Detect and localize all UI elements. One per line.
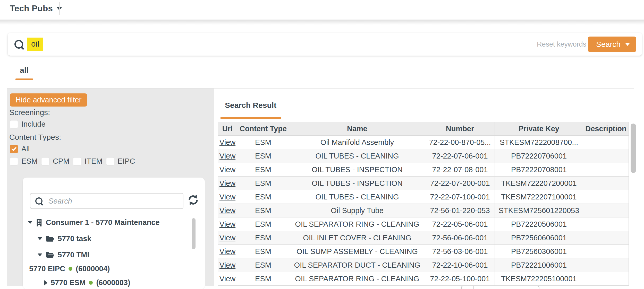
cell-url: View	[218, 149, 237, 163]
reset-keywords-link[interactable]: Reset keywords	[537, 33, 586, 56]
view-link[interactable]: View	[219, 247, 235, 256]
app-menu[interactable]: Tech Pubs	[10, 4, 62, 13]
column-header-private-key: Private Key	[495, 122, 583, 136]
cell-name: OIL SEPARATOR DUCT - CLEANING	[289, 258, 425, 272]
cell-url: View	[218, 245, 237, 258]
screenings-label: Screenings:	[9, 108, 50, 117]
cell-private-key: TKESM722207100001	[495, 190, 583, 204]
view-link[interactable]: View	[219, 220, 235, 228]
eipc-checkbox[interactable]	[106, 157, 114, 165]
table-row: ViewESMOIL TUBES - INSPECTION72-22-07-20…	[218, 177, 629, 190]
tree-item-5770-task[interactable]: 5770 task	[38, 234, 91, 243]
cell-private-key: PB72560306001	[495, 245, 583, 258]
cell-name: OIL TUBES - INSPECTION	[289, 163, 425, 177]
tree-item-label: 5770 ESM	[51, 278, 86, 287]
cpm-checkbox-label: CPM	[53, 157, 69, 165]
refresh-icon[interactable]	[187, 194, 199, 207]
cell-url: View	[218, 272, 237, 286]
hide-advanced-filter-button[interactable]: Hide advanced filter	[10, 93, 87, 107]
cell-name: OIL SEPARATOR RING - CLEANING	[289, 217, 425, 231]
view-link[interactable]: View	[219, 275, 235, 283]
cell-url: View	[218, 204, 237, 217]
header-shadow	[0, 20, 644, 25]
cell-description	[583, 258, 629, 272]
column-header-url: Url	[218, 122, 237, 136]
tree-scrollbar[interactable]	[192, 218, 196, 249]
status-dot	[69, 267, 72, 271]
esm-checkbox[interactable]	[10, 157, 18, 165]
tree-search-input[interactable]	[48, 197, 173, 206]
content-type-options: ESMCPMITEMEIPC	[10, 157, 139, 165]
cell-content-type: ESM	[237, 272, 289, 286]
top-bar: Tech Pubs	[0, 0, 644, 20]
cell-number: 72-56-06-06-001	[425, 231, 495, 245]
tree-item-label: 5770 EIPC	[29, 265, 65, 273]
tab-all[interactable]: all	[15, 66, 33, 75]
cell-name: OIL INLET COVER - CLEANING	[289, 231, 425, 245]
tree-item-5770-esm[interactable]: 5770 ESM(6000003)	[44, 278, 130, 287]
chevron-down-icon	[625, 43, 630, 46]
include-checkbox[interactable]	[10, 120, 18, 128]
view-link[interactable]: View	[219, 234, 235, 242]
cell-number: 72-22-05-06-001	[425, 217, 495, 231]
chevron-down-icon[interactable]	[38, 237, 42, 240]
view-link[interactable]: View	[219, 165, 235, 174]
cell-private-key: PB72560606001	[495, 231, 583, 245]
content-type-option-esm: ESM	[10, 157, 38, 165]
cell-private-key: TKESM722207200001	[495, 177, 583, 190]
column-header-number: Number	[425, 122, 495, 136]
cell-name: OIL TUBES - INSPECTION	[289, 177, 425, 190]
tree-item-label: 5770 TMI	[58, 251, 89, 259]
building-icon	[36, 219, 43, 226]
cell-name: OIL TUBES - CLEANING	[289, 190, 425, 204]
cpm-checkbox[interactable]	[41, 157, 49, 165]
keyword-search-bar: oil Reset keywords Search	[8, 33, 642, 56]
table-row: ViewESMOIL SEPARATOR RING - CLEANING72-2…	[218, 272, 629, 286]
content-type-option-cpm: CPM	[41, 157, 69, 165]
chevron-down-icon[interactable]	[28, 221, 32, 224]
all-checkbox[interactable]	[10, 145, 18, 153]
cell-content-type: ESM	[237, 163, 289, 177]
tab-all-underline	[15, 78, 33, 80]
search-result-table: UrlContent TypeNameNumberPrivate KeyDesc…	[218, 122, 629, 286]
view-link[interactable]: View	[219, 138, 235, 146]
table-row: ViewESMOIL TUBES - CLEANING72-22-07-100-…	[218, 190, 629, 204]
pagination-input[interactable]	[474, 286, 539, 289]
chevron-down-icon[interactable]	[38, 253, 42, 256]
table-row: ViewESMOIL TUBES - CLEANING72-22-07-06-0…	[218, 149, 629, 163]
cell-content-type: ESM	[237, 177, 289, 190]
cell-number: 72-22-07-06-001	[425, 149, 495, 163]
search-icon	[35, 197, 43, 205]
tree-item-5770-eipc[interactable]: 5770 EIPC(6000004)	[29, 265, 110, 273]
cell-description	[583, 245, 629, 258]
view-link[interactable]: View	[219, 179, 235, 187]
tab-search-result[interactable]: Search Result	[221, 101, 281, 110]
item-checkbox[interactable]	[73, 157, 81, 165]
chevron-right-icon[interactable]	[44, 280, 47, 285]
cell-url: View	[218, 217, 237, 231]
search-input[interactable]: oil	[27, 38, 43, 51]
table-scrollbar[interactable]	[631, 124, 636, 173]
view-link[interactable]: View	[219, 193, 235, 201]
cell-description	[583, 217, 629, 231]
cell-description	[583, 177, 629, 190]
view-link[interactable]: View	[219, 152, 235, 160]
tree-item-consumer-1-5770-maintenance[interactable]: Consumer 1 - 5770 Maintenance	[28, 218, 160, 227]
content-types-label: Content Types:	[9, 133, 61, 142]
table-row: ViewESMOIL SUMP ASSEMBLY - CLEANING72-56…	[218, 245, 629, 258]
search-button[interactable]: Search	[588, 37, 636, 52]
view-link[interactable]: View	[219, 261, 235, 269]
include-option: Include	[10, 120, 46, 128]
results-header-row: UrlContent TypeNameNumberPrivate KeyDesc…	[218, 122, 629, 136]
content-tree-card: Consumer 1 - 5770 Maintenance5770 task57…	[23, 178, 205, 289]
search-icon	[14, 40, 23, 49]
pagination-button[interactable]	[462, 286, 474, 289]
tree-item-label: Consumer 1 - 5770 Maintenance	[46, 218, 160, 227]
cell-number: 72-22-07-100-001	[425, 190, 495, 204]
tree-item-5770-tmi[interactable]: 5770 TMI	[38, 251, 89, 259]
table-row: ViewESMOIL SEPARATOR RING - CLEANING72-2…	[218, 217, 629, 231]
view-link[interactable]: View	[219, 206, 235, 215]
all-option: All	[10, 145, 30, 153]
tree-item-code: (6000004)	[76, 265, 110, 273]
cell-content-type: ESM	[237, 231, 289, 245]
